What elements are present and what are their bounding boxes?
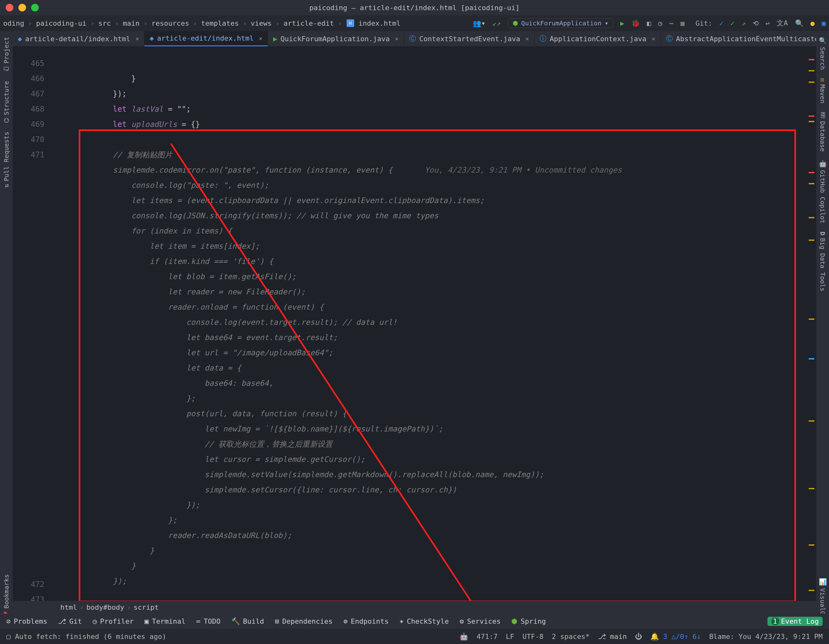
error-stripe[interactable]: [808, 47, 815, 612]
project-icon: 🗀: [3, 66, 10, 72]
tool-window-structure[interactable]: ⌬Structure: [3, 81, 10, 123]
crumb[interactable]: article-edit: [284, 19, 334, 27]
tool-services[interactable]: ⚙Services: [460, 617, 501, 625]
coverage-icon[interactable]: ◧: [647, 19, 651, 27]
line-number-gutter[interactable]: 465 466 467 468 469 470 471: [13, 56, 51, 162]
code-area[interactable]: } }); let lastVal = ""; let uploadUrls =…: [76, 56, 804, 635]
breadcrumbs[interactable]: oding› paicoding-ui› src› main› resource…: [3, 19, 400, 28]
stop-icon[interactable]: ■: [681, 19, 685, 27]
tool-dependencies[interactable]: ⊞Dependencies: [275, 617, 333, 625]
editor-tab[interactable]: ⒸContextStartedEvent.java×: [404, 31, 534, 46]
users-icon[interactable]: 👥▾: [473, 19, 485, 27]
caret-position[interactable]: 471:7: [476, 633, 497, 641]
tool-problems[interactable]: ⊘Problems: [6, 617, 47, 625]
more-run-icon[interactable]: ⋯: [669, 19, 673, 27]
tool-window-maven[interactable]: mMaven: [819, 78, 826, 104]
line-separator[interactable]: LF: [506, 633, 514, 641]
editor-tab[interactable]: ▶QuickForumApplication.java×: [268, 31, 404, 46]
crumb[interactable]: paicoding-ui: [36, 19, 86, 27]
run-configuration-selector[interactable]: ⬢ QuickForumApplication ▾: [508, 18, 613, 28]
close-window-icon[interactable]: [6, 4, 13, 11]
git-branch[interactable]: ⎇ main: [598, 633, 627, 641]
vcs-arrows-icon[interactable]: ↙↗: [493, 19, 501, 27]
chevron-right-icon: ›: [90, 19, 94, 27]
svg-text:H: H: [349, 20, 351, 26]
git-history-icon[interactable]: ⟲: [753, 19, 758, 27]
todo-icon: ≔: [196, 617, 200, 625]
inline-author-hint[interactable]: You, 4/23/23, 9:21 PM • Uncommitted chan…: [425, 165, 622, 175]
bottom-tool-bar: ⊘Problems ⎇Git ◷Profiler ▣Terminal ≔TODO…: [0, 614, 829, 629]
editor-tab[interactable]: ◆article-detail/index.html×: [13, 31, 144, 46]
tool-window-bookmarks[interactable]: 🔖Bookmarks: [3, 574, 10, 619]
tool-build[interactable]: 🔨Build: [232, 617, 264, 625]
line-number[interactable]: 469: [13, 117, 44, 132]
line-number[interactable]: 467: [13, 86, 44, 102]
git-commit-icon[interactable]: ✓: [731, 19, 735, 27]
git-push-icon[interactable]: ↗: [742, 19, 746, 27]
editor-tab[interactable]: ◆article-edit/index.html×: [144, 31, 268, 46]
tool-window-database[interactable]: 🗄Database: [819, 112, 826, 152]
editor-breadcrumbs[interactable]: html› body#body› script: [13, 601, 816, 614]
git-rollback-icon[interactable]: ↩: [766, 19, 770, 27]
tool-window-bigdata[interactable]: DBig Data Tools: [819, 231, 826, 291]
tool-window-pull-requests[interactable]: ⇅Pull Requests: [3, 132, 10, 188]
mac-traffic-lights[interactable]: [0, 4, 39, 11]
crumb[interactable]: main: [123, 19, 140, 27]
toolbar-more-icon[interactable]: ▣: [822, 19, 826, 27]
tool-checkstyle[interactable]: ✶CheckStyle: [400, 617, 449, 625]
pull-request-icon: ⇅: [3, 184, 10, 187]
line-number[interactable]: 471: [13, 147, 44, 162]
copilot-status-icon[interactable]: 🤖: [460, 633, 468, 641]
editor-tab[interactable]: ⒾApplicationContext.java×: [534, 31, 661, 46]
bc-item[interactable]: html: [60, 603, 77, 611]
notification-indicator[interactable]: 🔔 3 △/0↑ 6↓: [650, 633, 701, 641]
ide-settings-icon[interactable]: ●: [811, 19, 815, 27]
close-tab-icon[interactable]: ×: [395, 35, 399, 43]
close-tab-icon[interactable]: ×: [525, 35, 529, 43]
line-number[interactable]: 468: [13, 102, 44, 117]
indent-config[interactable]: 2 spaces*: [552, 633, 589, 641]
tool-window-visualgc[interactable]: 📊VisualGC: [819, 578, 826, 619]
git-update-icon[interactable]: ✓: [719, 19, 723, 27]
editor-tab[interactable]: ⒸAbstractApplicationEventMulticaster.jav…: [661, 31, 816, 46]
tool-git[interactable]: ⎇Git: [58, 617, 82, 625]
search-everywhere-icon[interactable]: 🔍: [795, 19, 804, 27]
crumb[interactable]: src: [98, 19, 111, 27]
tool-window-toggle-icon[interactable]: ▢: [6, 633, 11, 641]
tool-terminal[interactable]: ▣Terminal: [144, 617, 185, 625]
crumb[interactable]: resources: [151, 19, 189, 27]
tool-window-copilot[interactable]: 🤖GitHub Copilot: [819, 160, 826, 224]
line-number[interactable]: 466: [13, 71, 44, 86]
tool-window-project[interactable]: 🗀Project: [3, 37, 10, 72]
close-tab-icon[interactable]: ×: [258, 35, 262, 42]
tool-spring[interactable]: ⬢Spring: [511, 617, 545, 625]
line-number[interactable]: 472: [13, 577, 44, 592]
tool-profiler[interactable]: ◷Profiler: [93, 617, 134, 625]
line-number[interactable]: 465: [13, 56, 44, 71]
close-tab-icon[interactable]: ×: [652, 35, 656, 43]
crumb[interactable]: views: [251, 19, 272, 27]
crumb[interactable]: templates: [201, 19, 239, 27]
file-encoding[interactable]: UTF-8: [522, 633, 543, 641]
bc-item[interactable]: body#body: [86, 603, 124, 611]
crumb-file[interactable]: index.html: [359, 19, 400, 27]
bc-item[interactable]: script: [134, 603, 159, 611]
run-icon[interactable]: ▶: [620, 19, 624, 27]
debug-icon[interactable]: 🐞: [631, 19, 640, 27]
editor[interactable]: 465 466 467 468 469 470 471 472 473 } })…: [13, 46, 807, 614]
profile-icon[interactable]: ◷: [658, 19, 662, 27]
line-number[interactable]: 470: [13, 132, 44, 147]
crumb[interactable]: oding: [3, 19, 24, 27]
minimize-window-icon[interactable]: [18, 4, 26, 11]
zoom-window-icon[interactable]: [31, 4, 39, 11]
chevron-right-icon: ›: [143, 19, 148, 27]
html-file-icon: H: [346, 19, 355, 28]
tool-endpoints[interactable]: ⊚Endpoints: [344, 617, 388, 625]
tool-window-search[interactable]: 🔍Search: [819, 37, 826, 70]
event-log-button[interactable]: 1Event Log: [768, 617, 823, 626]
blame-annotation[interactable]: Blame: You 4/23/23, 9:21 PM: [709, 633, 823, 641]
close-tab-icon[interactable]: ×: [135, 35, 139, 43]
translate-icon[interactable]: 文A: [777, 18, 788, 28]
tool-todo[interactable]: ≔TODO: [196, 617, 220, 625]
power-save-icon[interactable]: ⏻: [635, 633, 642, 641]
